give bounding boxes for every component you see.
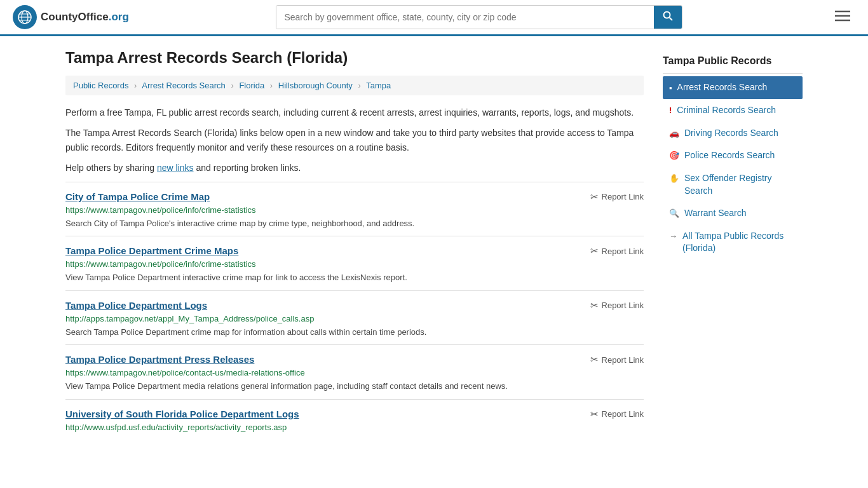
sidebar-label-driving: Driving Records Search (684, 127, 778, 140)
sidebar-label-warrant: Warrant Search (684, 207, 747, 220)
record-url-r1: https://www.tampagov.net/police/info/cri… (65, 205, 644, 215)
description-3: Help others by sharing new links and rep… (65, 161, 644, 175)
record-item-r5: University of South Florida Police Depar… (65, 399, 644, 441)
content-area: Tampa Arrest Records Search (Florida) Pu… (65, 49, 644, 441)
record-url-r4: https://www.tampagov.net/police/contact-… (65, 368, 644, 377)
sidebar-item-driving[interactable]: 🚗Driving Records Search (663, 122, 803, 145)
hamburger-button[interactable] (830, 6, 855, 28)
scissors-icon-r1: ✂ (590, 191, 599, 203)
record-title-r2[interactable]: Tampa Police Department Crime Maps (65, 245, 238, 256)
sidebar-item-warrant[interactable]: 🔍Warrant Search (663, 202, 803, 225)
record-url-r2: https://www.tampagov.net/police/info/cri… (65, 259, 644, 269)
logo-text: CountyOffice.org (41, 11, 129, 24)
sidebar-item-police[interactable]: 🎯Police Records Search (663, 144, 803, 167)
record-title-r3[interactable]: Tampa Police Department Logs (65, 300, 207, 311)
sidebar-label-police: Police Records Search (684, 149, 775, 162)
record-desc-r4: View Tampa Police Department media relat… (65, 380, 644, 393)
sidebar-all-records-link[interactable]: →All Tampa Public Records (Florida) (663, 225, 803, 260)
main-container: Tampa Arrest Records Search (Florida) Pu… (53, 36, 815, 454)
description-1: Perform a free Tampa, FL public arrest r… (65, 105, 644, 119)
sidebar-title: Tampa Public Records (663, 49, 803, 74)
record-item-r3: Tampa Police Department Logs ✂ Report Li… (65, 290, 644, 345)
arrow-icon: → (669, 231, 677, 242)
page-title: Tampa Arrest Records Search (Florida) (65, 49, 644, 67)
scissors-icon-r4: ✂ (590, 354, 599, 365)
search-bar (276, 5, 682, 29)
new-links-link[interactable]: new links (157, 163, 194, 173)
report-link-btn-r4[interactable]: ✂ Report Link (590, 354, 644, 365)
police-icon: 🎯 (669, 150, 679, 161)
report-link-btn-r1[interactable]: ✂ Report Link (590, 191, 644, 203)
sidebar-items: ▪Arrest Records Search!Criminal Records … (663, 76, 803, 260)
warrant-icon: 🔍 (669, 208, 679, 219)
header-right (830, 6, 855, 28)
record-url-r3: http://apps.tampagov.net/appl_My_Tampa_A… (65, 314, 644, 323)
record-item-r1: City of Tampa Police Crime Map ✂ Report … (65, 182, 644, 236)
svg-point-5 (664, 12, 670, 18)
record-item-r2: Tampa Police Department Crime Maps ✂ Rep… (65, 236, 644, 290)
record-title-r1[interactable]: City of Tampa Police Crime Map (65, 191, 210, 202)
sidebar-label-criminal: Criminal Records Search (677, 104, 776, 117)
arrest-icon: ▪ (669, 83, 672, 94)
search-button[interactable] (654, 6, 682, 29)
breadcrumb-arrest-records[interactable]: Arrest Records Search (142, 81, 226, 90)
breadcrumb-tampa[interactable]: Tampa (366, 81, 391, 90)
driving-icon: 🚗 (669, 128, 679, 139)
sidebar-label-sex: Sex Offender Registry Search (684, 172, 796, 197)
criminal-icon: ! (669, 105, 672, 116)
record-title-r5[interactable]: University of South Florida Police Depar… (65, 409, 299, 419)
record-desc-r3: Search Tampa Police Department crime map… (65, 326, 644, 339)
sidebar-item-criminal[interactable]: !Criminal Records Search (663, 99, 803, 122)
record-desc-r2: View Tampa Police Department interactive… (65, 271, 644, 284)
sidebar: Tampa Public Records ▪Arrest Records Sea… (663, 49, 803, 441)
record-url-r5: http://www.usfpd.usf.edu/activity_report… (65, 423, 644, 432)
report-link-btn-r5[interactable]: ✂ Report Link (590, 409, 644, 420)
sidebar-item-arrest[interactable]: ▪Arrest Records Search (663, 76, 803, 99)
sidebar-item-sex[interactable]: ✋Sex Offender Registry Search (663, 167, 803, 202)
sex-offender-icon: ✋ (669, 173, 679, 184)
breadcrumb-hillsborough[interactable]: Hillsborough County (278, 81, 353, 90)
site-header: CountyOffice.org (0, 0, 868, 36)
record-item-r4: Tampa Police Department Press Releases ✂… (65, 344, 644, 399)
logo-icon (13, 5, 37, 29)
report-link-btn-r3[interactable]: ✂ Report Link (590, 300, 644, 311)
description-2: The Tampa Arrest Records Search (Florida… (65, 126, 644, 154)
record-title-r4[interactable]: Tampa Police Department Press Releases (65, 354, 254, 365)
breadcrumb: Public Records › Arrest Records Search ›… (65, 76, 644, 95)
scissors-icon-r3: ✂ (590, 300, 599, 311)
report-link-btn-r2[interactable]: ✂ Report Link (590, 245, 644, 257)
sidebar-all-label: All Tampa Public Records (Florida) (682, 230, 796, 255)
logo-area: CountyOffice.org (13, 5, 129, 29)
sidebar-label-arrest: Arrest Records Search (677, 81, 768, 94)
breadcrumb-public-records[interactable]: Public Records (73, 81, 128, 90)
breadcrumb-florida[interactable]: Florida (239, 81, 264, 90)
search-input[interactable] (276, 6, 654, 29)
record-desc-r1: Search City of Tampa Police's interactiv… (65, 217, 644, 230)
scissors-icon-r2: ✂ (590, 245, 599, 257)
svg-line-6 (670, 18, 673, 21)
records-list: City of Tampa Police Crime Map ✂ Report … (65, 182, 644, 441)
scissors-icon-r5: ✂ (590, 409, 599, 420)
